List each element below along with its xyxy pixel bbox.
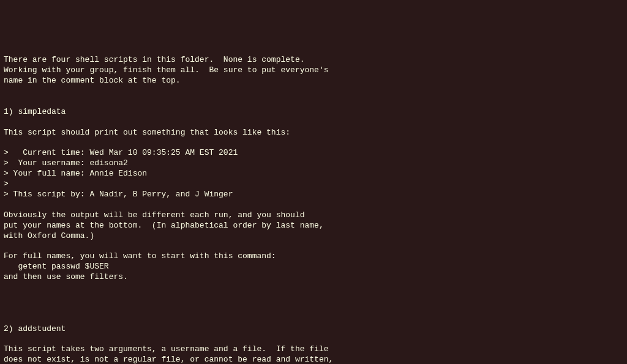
section2-header: 2) addstudent xyxy=(4,324,66,333)
section1-explanation2: For full names, you will want to start w… xyxy=(4,251,276,281)
terminal-output: There are four shell scripts in this fol… xyxy=(4,45,623,364)
section1-explanation1: Obviously the output will be different e… xyxy=(4,210,324,240)
section1-example: > Current time: Wed Mar 10 09:35:25 AM E… xyxy=(4,148,238,199)
section1-description: This script should print out something t… xyxy=(4,128,290,137)
intro-text: There are four shell scripts in this fol… xyxy=(4,55,329,85)
section1-header: 1) simpledata xyxy=(4,107,66,116)
section2-description: This script takes two arguments, a usern… xyxy=(4,344,333,364)
